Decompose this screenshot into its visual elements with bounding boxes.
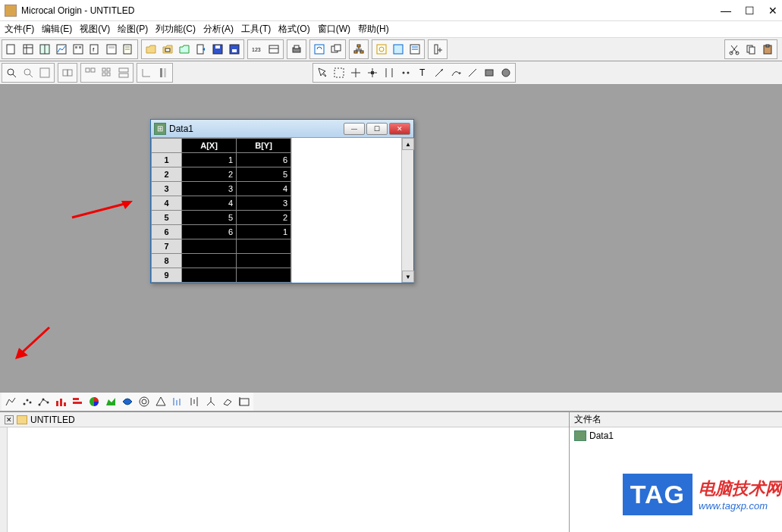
menu-format[interactable]: 格式(O) <box>278 23 309 36</box>
panel-close-button[interactable]: ✕ <box>5 415 14 424</box>
add-column-button[interactable] <box>429 41 446 58</box>
column-text-button[interactable] <box>265 41 282 58</box>
project-explorer-body[interactable] <box>8 427 569 532</box>
row-header[interactable]: 5 <box>152 211 182 225</box>
cell[interactable]: 1 <box>237 225 291 239</box>
row-header[interactable]: 3 <box>152 182 182 196</box>
menu-tools[interactable]: 工具(T) <box>241 23 271 36</box>
cut-button[interactable] <box>726 41 743 58</box>
ternary-plot-button[interactable] <box>152 393 169 410</box>
rescale-button[interactable] <box>36 64 53 81</box>
window-maximize-button[interactable]: ☐ <box>745 5 755 17</box>
menu-edit[interactable]: 编辑(E) <box>42 23 72 36</box>
zoom-in-button[interactable] <box>3 64 20 81</box>
polar-plot-button[interactable] <box>119 393 136 410</box>
merge-button[interactable] <box>99 64 115 81</box>
vector-plot-button[interactable] <box>169 393 186 410</box>
xyz-plot-button[interactable] <box>203 393 219 410</box>
script-window-button[interactable] <box>390 41 407 58</box>
row-header[interactable]: 6 <box>152 225 182 239</box>
arrow-tool[interactable] <box>431 64 448 81</box>
surface-plot-button[interactable] <box>219 393 236 410</box>
refresh-button[interactable] <box>311 41 328 58</box>
file-list-header[interactable]: 文件名 <box>570 412 782 427</box>
copy-button[interactable] <box>743 41 759 58</box>
cell[interactable]: 6 <box>182 225 237 239</box>
data-window-titlebar[interactable]: Data1 <box>151 120 413 138</box>
open-template-button[interactable] <box>159 41 176 58</box>
line-scatter-plot-button[interactable] <box>36 393 52 410</box>
menu-analysis[interactable]: 分析(A) <box>203 23 234 36</box>
cell[interactable]: 3 <box>237 196 291 211</box>
menu-column[interactable]: 列功能(C) <box>155 23 196 36</box>
open-button[interactable] <box>143 41 159 58</box>
data-grid[interactable]: A[X] B[Y] 1 1 62 2 53 3 44 4 35 5 26 6 1… <box>151 138 291 283</box>
new-layout-button[interactable] <box>103 41 120 58</box>
contour-plot-button[interactable] <box>136 393 152 410</box>
row-header[interactable]: 9 <box>152 268 182 283</box>
open-excel-button[interactable] <box>176 41 193 58</box>
data-window[interactable]: Data1 A[X] B[Y] 1 1 62 2 53 3 44 4 35 5 … <box>150 119 414 283</box>
panel-vert-button[interactable] <box>115 64 132 81</box>
area-plot-button[interactable] <box>102 393 119 410</box>
text-tool[interactable]: T <box>414 64 431 81</box>
pie-plot-button[interactable] <box>86 393 102 410</box>
menu-view[interactable]: 视图(V) <box>80 23 110 36</box>
hierarchy-button[interactable] <box>350 41 367 58</box>
column-header-b[interactable]: B[Y] <box>237 139 291 153</box>
circle-tool[interactable] <box>498 64 514 81</box>
layer-tool-button[interactable] <box>59 64 76 81</box>
cell[interactable]: 3 <box>182 182 237 196</box>
screen-reader-tool[interactable] <box>347 64 364 81</box>
line-tool[interactable] <box>464 64 481 81</box>
line-plot-button[interactable] <box>2 393 19 410</box>
cell[interactable]: 4 <box>182 196 237 211</box>
row-header[interactable]: 7 <box>152 239 182 254</box>
new-graph-button[interactable] <box>53 41 70 58</box>
row-header[interactable]: 8 <box>152 254 182 268</box>
row-header[interactable]: 2 <box>152 167 182 182</box>
column-header-a[interactable]: A[X] <box>182 139 237 153</box>
new-excel-button[interactable] <box>36 41 53 58</box>
menu-help[interactable]: 帮助(H) <box>358 23 389 36</box>
cell[interactable]: 5 <box>237 167 291 182</box>
grid-scrollbar[interactable]: ▲ ▼ <box>401 138 413 283</box>
template-plot-button[interactable] <box>236 393 253 410</box>
row-header[interactable]: 4 <box>152 196 182 211</box>
menu-plot[interactable]: 绘图(P) <box>118 23 148 36</box>
rectangle-tool[interactable] <box>481 64 498 81</box>
data-window-close[interactable] <box>389 123 410 135</box>
zoom-out-button[interactable] <box>20 64 36 81</box>
cell[interactable] <box>182 239 237 254</box>
cell[interactable] <box>237 254 291 268</box>
cell[interactable]: 1 <box>182 153 237 167</box>
new-notes-button[interactable] <box>120 41 137 58</box>
paste-button[interactable] <box>759 41 776 58</box>
zoom-rect-tool[interactable] <box>331 64 347 81</box>
curved-arrow-tool[interactable] <box>448 64 464 81</box>
cell[interactable]: 4 <box>237 182 291 196</box>
save-button[interactable] <box>209 41 226 58</box>
menu-file[interactable]: 文件(F) <box>5 23 34 36</box>
print-button[interactable] <box>288 41 305 58</box>
cell[interactable]: 5 <box>182 211 237 225</box>
duplicate-button[interactable] <box>328 41 344 58</box>
window-close-button[interactable]: ✕ <box>768 5 777 17</box>
cell[interactable] <box>182 268 237 283</box>
extract-layers-button[interactable] <box>82 64 99 81</box>
bar-plot-button[interactable] <box>69 393 86 410</box>
cell[interactable]: 2 <box>237 211 291 225</box>
cell[interactable]: 6 <box>237 153 291 167</box>
cell[interactable] <box>237 239 291 254</box>
data-window-minimize[interactable] <box>344 123 365 135</box>
new-project-button[interactable] <box>3 41 20 58</box>
data-reader-tool[interactable] <box>364 64 381 81</box>
hi-lo-plot-button[interactable] <box>186 393 203 410</box>
data-selector-tool[interactable] <box>381 64 397 81</box>
scroll-down-button[interactable]: ▼ <box>402 271 414 283</box>
pointer-tool[interactable] <box>314 64 331 81</box>
code-builder-button[interactable] <box>407 41 423 58</box>
window-minimize-button[interactable]: — <box>721 5 731 17</box>
new-matrix-button[interactable] <box>70 41 86 58</box>
cell[interactable] <box>182 254 237 268</box>
